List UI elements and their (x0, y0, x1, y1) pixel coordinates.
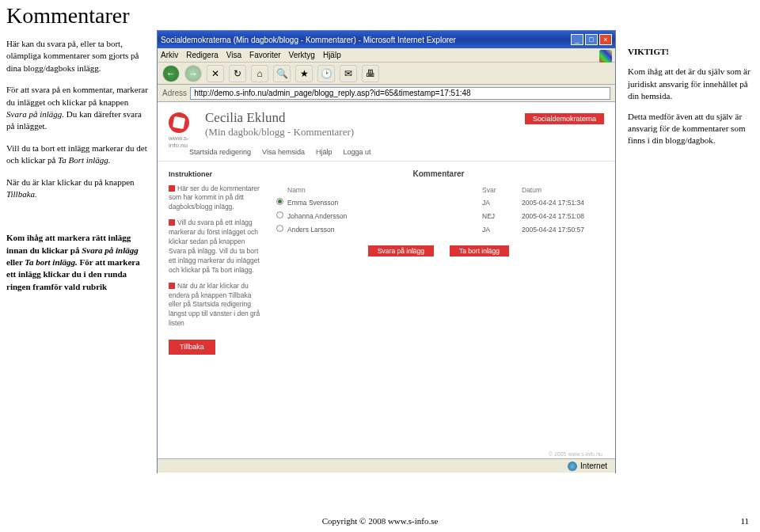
status-text: Internet (580, 462, 607, 470)
back-button[interactable]: ← (162, 65, 180, 82)
right-para-2: Detta medför även att du själv är ansvar… (628, 111, 750, 147)
left-para-4: När du är klar klickar du på knappen Til… (6, 177, 149, 201)
menu-visa[interactable]: Visa (226, 51, 241, 59)
radio-icon[interactable] (276, 211, 283, 218)
site-logo-icon: www.s-info.nu (169, 112, 197, 136)
addressbar: Adress http://demo.s-info.nu/admin_page/… (158, 85, 615, 102)
comments-heading: Kommentarer (273, 169, 604, 178)
toolbar: ← → ✕ ↻ ⌂ 🔍 ★ 🕑 ✉ 🖶 (158, 63, 615, 85)
menu-arkiv[interactable]: Arkiv (161, 51, 178, 59)
content-footer: © 2005 www.s-info.nu (549, 451, 602, 457)
address-label: Adress (162, 89, 187, 97)
close-button[interactable]: × (599, 34, 612, 45)
page-footer: Copyright © 2008 www.s-info.se (0, 516, 760, 526)
table-row[interactable]: Anders Larsson JA 2005-04-24 17:50:57 (273, 222, 604, 236)
favorites-button[interactable]: ★ (295, 65, 313, 82)
right-para-1: Kom ihåg att det är du själv som är juri… (628, 66, 750, 102)
page-subtitle: (Min dagbok/blogg - Kommentarer) (205, 126, 354, 139)
search-button[interactable]: 🔍 (273, 65, 291, 82)
tillbaka-button[interactable]: Tillbaka (169, 340, 215, 355)
bullet-icon (169, 283, 175, 289)
right-heading: VIKTIGT! (628, 46, 750, 58)
home-button[interactable]: ⌂ (251, 65, 268, 82)
instructions-panel: Instruktioner Här ser du de kommentarer … (169, 169, 264, 355)
left-instructions-column: Här kan du svara på, eller ta bort, oläm… (6, 38, 149, 302)
bullet-icon (169, 185, 175, 192)
bullet-icon (169, 219, 175, 226)
left-para-3: Vill du ta bort ett inlägg markerar du d… (6, 142, 149, 167)
nav-hjalp[interactable]: Hjälp (316, 148, 332, 156)
forward-button[interactable]: → (184, 65, 202, 82)
windows-logo-icon (599, 50, 612, 63)
internet-zone-icon (568, 462, 577, 471)
admin-nav: Startsida redigering Visa hemsida Hjälp … (158, 143, 615, 162)
window-titlebar: Socialdemokraterna (Min dagbok/blogg - K… (158, 31, 615, 48)
browser-window: Socialdemokraterna (Min dagbok/blogg - K… (157, 30, 616, 473)
page-number: 11 (740, 516, 749, 526)
stop-button[interactable]: ✕ (207, 65, 224, 82)
comments-panel: Kommentarer Namn Svar Datum Emma Svensso… (273, 169, 604, 355)
left-para-2: För att svara på en kommentar, markerar … (6, 84, 149, 133)
statusbar: Internet (158, 458, 615, 473)
mail-button[interactable]: ✉ (340, 65, 357, 82)
left-para-5: Kom ihåg att markera rätt inlägg innan d… (6, 232, 149, 293)
table-row[interactable]: Johanna Andersson NEJ 2005-04-24 17:51:0… (273, 209, 604, 222)
print-button[interactable]: 🖶 (362, 65, 379, 82)
page-title: Kommentarer (6, 3, 130, 28)
menu-redigera[interactable]: Redigera (186, 51, 218, 59)
window-title: Socialdemokraterna (Min dagbok/blogg - K… (161, 36, 571, 44)
left-para-1: Här kan du svara på, eller ta bort, oläm… (6, 38, 149, 74)
menubar: Arkiv Redigera Visa Favoriter Verktyg Hj… (158, 48, 615, 63)
page-content: www.s-info.nu Cecilia Eklund (Min dagbok… (158, 102, 615, 474)
history-button[interactable]: 🕑 (317, 65, 335, 82)
minimize-button[interactable]: _ (571, 34, 583, 45)
address-field[interactable]: http://demo.s-info.nu/admin_page/blogg_r… (190, 87, 610, 100)
maximize-button[interactable]: □ (585, 34, 598, 45)
radio-icon[interactable] (276, 198, 283, 205)
menu-verktyg[interactable]: Verktyg (289, 51, 315, 59)
nav-startsida[interactable]: Startsida redigering (189, 148, 251, 156)
party-tag: Socialdemokraterna (525, 113, 604, 124)
table-row[interactable]: Emma Svensson JA 2005-04-24 17:51:34 (273, 196, 604, 209)
refresh-button[interactable]: ↻ (229, 65, 246, 82)
menu-hjalp[interactable]: Hjälp (323, 51, 341, 59)
right-important-column: VIKTIGT! Kom ihåg att det är du själv so… (628, 46, 750, 155)
tabort-button[interactable]: Ta bort inlägg (450, 245, 509, 256)
nav-logga-ut[interactable]: Logga ut (343, 148, 370, 156)
menu-favoriter[interactable]: Favoriter (249, 51, 280, 59)
nav-visa-hemsida[interactable]: Visa hemsida (262, 148, 305, 156)
table-header: Namn Svar Datum (273, 184, 604, 196)
radio-icon[interactable] (276, 225, 283, 232)
user-name: Cecilia Eklund (205, 110, 354, 126)
svara-button[interactable]: Svara på inlägg (368, 245, 434, 256)
instructions-heading: Instruktioner (169, 169, 264, 180)
